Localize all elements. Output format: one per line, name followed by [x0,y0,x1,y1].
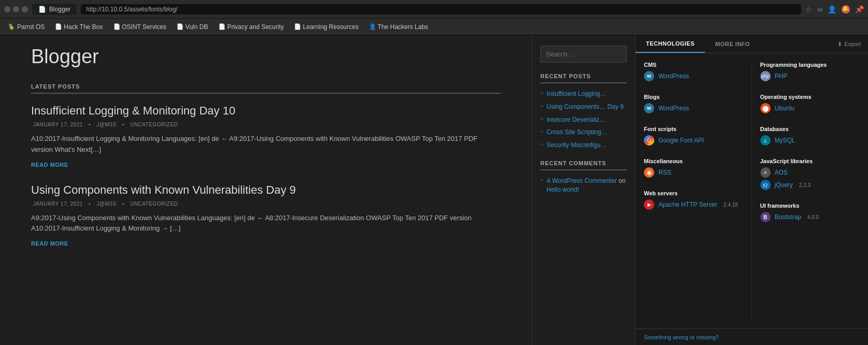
pin-icon[interactable]: 📌 [855,5,864,13]
jquery-link[interactable]: jQuery [775,181,793,189]
nav-item-privacy-security[interactable]: 📄 Privacy and Security [214,22,288,32]
recent-comments-list: A WordPress Commenter on Hello world! [540,177,627,194]
notification-icon[interactable]: 🔔 [842,5,850,13]
wapp-item-rss: ◉ RSS [644,167,743,178]
comment-on: on [619,177,625,184]
php-link[interactable]: PHP [775,73,788,80]
post-category: UNCATEGORIZED [130,122,178,127]
wapp-section-programming-languages: Programming languages php PHP [760,62,860,83]
wordpress-blogs-link[interactable]: WordPress [658,105,689,112]
rss-link[interactable]: RSS [658,169,671,176]
wapp-section-blogs: Blogs W WordPress [644,94,743,116]
list-item[interactable]: Security Misconfigu… [540,141,627,150]
wapp-item-wordpress-blogs: W WordPress [644,103,743,113]
read-more-button[interactable]: READ MORE [31,162,501,168]
commenter-link[interactable]: A WordPress Commenter [547,177,617,184]
wapp-programming-languages-title: Programming languages [760,62,860,68]
bootstrap-icon: B [760,212,771,222]
rss-icon: ◉ [644,167,654,178]
post-title[interactable]: Insufficient Logging & Monitoring Day 10 [31,104,501,118]
wapp-miscellaneous-title: Miscellaneous [644,158,743,164]
nav-item-parrot-os-label: Parrot OS [17,23,45,31]
post-excerpt: A10:2017-Insufficient Logging & Monitori… [31,134,501,155]
close-dot [4,6,10,12]
recent-post-link[interactable]: Cross Site Scripting… [547,128,607,137]
browser-toolbar-actions: ☆ ∞ 👤 🔔 📌 [805,5,864,13]
post-date: JANUARY 17, 2021 [33,122,83,127]
account-icon[interactable]: 👤 [828,5,836,13]
ubuntu-link[interactable]: Ubuntu [775,105,795,112]
post-author: J@M3S [97,201,116,207]
wapp-section-cms: CMS W WordPress [644,62,743,83]
wapp-item-ubuntu: ⬤ Ubuntu [760,103,860,113]
nav-item-hack-the-box[interactable]: 📄 Hack The Box [51,22,107,32]
google-fonts-link[interactable]: Google Font API [658,137,704,144]
wapp-section-ui-frameworks: UI frameworks B Bootstrap 4.0.0 [760,203,860,224]
nav-item-learning-resources[interactable]: 📄 Learning Resources [290,22,362,32]
list-item: A WordPress Commenter on Hello world! [540,177,627,194]
recent-posts-heading: RECENT POSTS [540,73,627,83]
list-item[interactable]: Insufficient Logging… [540,90,627,98]
hackers-labs-icon: 👤 [369,23,376,30]
php-icon: php [760,71,771,81]
mysql-link[interactable]: MySQL [775,137,796,144]
wapp-item-aos: A AOS [760,167,860,178]
tab-title: Blogger [49,6,70,13]
nav-item-hackers-labs-label: The Hackers Labs [378,23,428,31]
wapp-section-databases: Databases ◬ MySQL [760,126,860,148]
nav-item-hackers-labs[interactable]: 👤 The Hackers Labs [365,22,432,32]
wapp-font-scripts-title: Font scripts [644,126,743,132]
list-item[interactable]: Cross Site Scripting… [540,128,627,137]
nav-item-osint-services[interactable]: 📄 OSINT Services [109,22,171,32]
tab-more-info[interactable]: MORE INFO [705,36,760,52]
bootstrap-version-badge: 4.0.0 [807,214,819,220]
url-bar[interactable]: http://10.10.0.5/assets/fonts/blog/ [81,4,801,15]
extensions-icon[interactable]: ∞ [817,5,822,13]
privacy-security-icon: 📄 [218,23,226,30]
read-more-button[interactable]: READ MORE [31,240,501,247]
browser-tab[interactable]: 📄 Blogger [32,4,77,15]
post-title[interactable]: Using Components with Known Vulnerabilit… [31,183,501,197]
latest-posts-heading: LATEST POSTS [31,83,501,94]
nav-item-vuln-db[interactable]: 📄 Vuln DB [172,22,212,32]
google-fonts-icon: G [644,135,654,146]
tab-technologies[interactable]: TECHNOLOGIES [636,35,705,53]
wapp-section-web-servers: Web servers ▶ Apache HTTP Server 2.4.18 [644,190,743,212]
apache-link[interactable]: Apache HTTP Server [658,201,717,208]
list-item[interactable]: Using Components… Day 9 [540,103,627,111]
meta-separator-1: • [89,122,91,127]
wapp-cms-title: CMS [644,62,743,68]
bookmark-icon[interactable]: ☆ [805,5,812,13]
list-item[interactable]: Insecure Deserializ… [540,116,627,124]
recent-post-link[interactable]: Using Components… Day 9 [547,103,624,111]
something-wrong-link[interactable]: Something wrong or missing? [644,334,719,340]
wapp-section-miscellaneous: Miscellaneous ◉ RSS [644,158,743,180]
browser-chrome: 📄 Blogger http://10.10.0.5/assets/fonts/… [0,0,868,19]
export-button[interactable]: ⬇ Export [830,37,868,52]
osint-services-icon: 📄 [113,23,121,30]
wordpress-cms-link[interactable]: WordPress [658,73,689,80]
search-input[interactable] [540,46,627,63]
post-category: UNCATEGORIZED [130,201,178,207]
post-excerpt: A9:2017-Using Components with Known Vuln… [31,213,501,235]
blog-post: Insufficient Logging & Monitoring Day 10… [31,104,501,168]
recent-post-link[interactable]: Insufficient Logging… [547,90,606,98]
hack-the-box-icon: 📄 [55,23,62,30]
jquery-icon: jQ [760,180,771,190]
recent-comments-heading: RECENT COMMENTS [540,160,627,170]
wapp-operating-systems-title: Operating systems [760,94,860,100]
learning-resources-icon: 📄 [294,23,301,30]
post-meta: JANUARY 17, 2021 • J@M3S • UNCATEGORIZED [31,201,501,207]
parrot-os-icon: 🦜 [8,23,16,30]
recent-post-link[interactable]: Security Misconfigu… [547,141,607,150]
recent-post-link[interactable]: Insecure Deserializ… [547,116,606,124]
wappalyzer-header: TECHNOLOGIES MORE INFO ⬇ Export [636,35,868,53]
bootstrap-link[interactable]: Bootstrap [775,213,801,221]
wapp-js-libraries-title: JavaScript libraries [760,158,860,164]
mysql-icon: ◬ [760,135,771,146]
wapp-item-mysql: ◬ MySQL [760,135,860,146]
aos-link[interactable]: AOS [775,169,788,176]
nav-item-parrot-os[interactable]: 🦜 Parrot OS [4,22,49,32]
comment-post-link[interactable]: Hello world! [547,186,579,193]
main-layout: Blogger LATEST POSTS Insufficient Loggin… [0,35,868,345]
